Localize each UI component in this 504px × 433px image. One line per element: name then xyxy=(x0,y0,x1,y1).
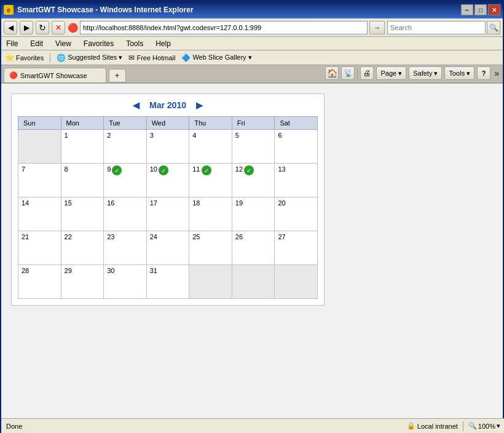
calendar-cell[interactable]: 18 xyxy=(189,197,232,231)
calendar-header: ◀ Mar 2010 ▶ xyxy=(18,100,318,110)
search-input[interactable] xyxy=(387,21,486,34)
page-toolbar: 🏠 📡 🖨 Page ▾ Safety ▾ Tools ▾ ? » xyxy=(325,66,500,82)
calendar-cell[interactable]: 30 xyxy=(104,265,147,299)
calendar-cell[interactable]: 15 xyxy=(61,197,104,231)
address-input[interactable] xyxy=(80,21,368,34)
refresh-button[interactable]: ↻ xyxy=(36,21,49,34)
calendar-cell[interactable]: 20 xyxy=(275,197,318,231)
menu-bar: File Edit View Favorites Tools Help xyxy=(1,37,503,50)
col-mon: Mon xyxy=(61,117,104,130)
window-controls: − □ ✕ xyxy=(461,4,500,15)
calendar-next-button[interactable]: ▶ xyxy=(196,100,203,110)
menu-favorites[interactable]: Favorites xyxy=(81,39,116,49)
calendar-cell[interactable]: 7 xyxy=(18,164,61,197)
nav-bar: ◀ ▶ ↻ ✕ 🔴 → 🔍 xyxy=(1,18,503,37)
calendar-cell[interactable]: 28 xyxy=(18,265,61,299)
calendar-cell[interactable]: 4 xyxy=(189,130,232,164)
col-sun: Sun xyxy=(18,117,61,130)
tab-bar: 🔴 SmartGWT Showcase + 🏠 📡 🖨 Page ▾ Safet… xyxy=(1,65,503,84)
calendar-cell[interactable] xyxy=(275,265,318,299)
page-dropdown-button[interactable]: Page ▾ xyxy=(376,66,406,80)
active-tab[interactable]: 🔴 SmartGWT Showcase xyxy=(4,68,106,82)
calendar-cell[interactable]: 12✓ xyxy=(232,164,275,197)
fav-suggested-sites[interactable]: 🌐 Suggested Sites ▾ xyxy=(57,54,122,62)
help-button[interactable]: ? xyxy=(477,66,490,80)
calendar-cell[interactable]: 27 xyxy=(275,231,318,265)
menu-help[interactable]: Help xyxy=(153,39,173,49)
search-area: 🔍 xyxy=(387,21,500,34)
forward-button[interactable]: ▶ xyxy=(20,21,33,34)
maximize-button[interactable]: □ xyxy=(474,4,487,15)
title-bar: e SmartGWT Showcase - Windows Internet E… xyxy=(1,1,503,18)
calendar-cell[interactable]: 23 xyxy=(104,231,147,265)
search-button[interactable]: 🔍 xyxy=(487,21,500,34)
security-zone: 🔒 Local intranet xyxy=(407,422,458,430)
calendar-cell[interactable]: 11✓ xyxy=(189,164,232,197)
zone-label: Local intranet xyxy=(417,423,458,430)
back-button[interactable]: ◀ xyxy=(4,21,17,34)
tab-icon: 🔴 xyxy=(9,71,18,79)
tools-dropdown-button[interactable]: Tools ▾ xyxy=(444,66,474,80)
fav-favorites[interactable]: ⭐ Favorites xyxy=(5,54,44,62)
go-button[interactable]: → xyxy=(369,21,385,34)
feed-button[interactable]: 📡 xyxy=(341,66,355,80)
calendar-cell[interactable] xyxy=(18,130,61,164)
calendar-cell[interactable]: 10✓ xyxy=(146,164,189,197)
calendar-cell[interactable]: 19 xyxy=(232,197,275,231)
fav-hotmail-label: Free Hotmail xyxy=(136,54,175,62)
calendar-cell[interactable]: 3 xyxy=(146,130,189,164)
status-right: 🔒 Local intranet 🔍 100% ▾ xyxy=(407,421,500,431)
safety-dropdown-button[interactable]: Safety ▾ xyxy=(409,66,442,80)
print-button[interactable]: 🖨 xyxy=(360,66,374,80)
minimize-button[interactable]: − xyxy=(461,4,473,15)
tab-label: SmartGWT Showcase xyxy=(20,72,87,79)
calendar-week-3: 21222324252627 xyxy=(18,231,318,265)
calendar-cell[interactable] xyxy=(232,265,275,299)
content-area: ◀ Mar 2010 ▶ Sun Mon Tue Wed Thu Fri Sat xyxy=(1,84,503,432)
col-tue: Tue xyxy=(104,117,147,130)
fav-hotmail[interactable]: ✉ Free Hotmail xyxy=(128,54,175,62)
calendar-cell[interactable] xyxy=(189,265,232,299)
calendar-cell[interactable]: 2 xyxy=(104,130,147,164)
calendar-cell[interactable]: 1 xyxy=(61,130,104,164)
calendar-cell[interactable]: 29 xyxy=(61,265,104,299)
fav-web-slice[interactable]: 🔷 Web Slice Gallery ▾ xyxy=(181,54,251,62)
calendar-cell[interactable]: 31 xyxy=(146,265,189,299)
extras-button[interactable]: » xyxy=(493,68,500,78)
suggested-sites-icon: 🌐 xyxy=(57,54,66,62)
zoom-control[interactable]: 🔍 100% ▾ xyxy=(468,422,500,430)
calendar: ◀ Mar 2010 ▶ Sun Mon Tue Wed Thu Fri Sat xyxy=(11,93,325,306)
menu-file[interactable]: File xyxy=(4,39,20,49)
calendar-header-row: Sun Mon Tue Wed Thu Fri Sat xyxy=(18,117,318,130)
calendar-week-1: 789✓10✓11✓12✓13 xyxy=(18,164,318,197)
calendar-grid: Sun Mon Tue Wed Thu Fri Sat 123456789✓10… xyxy=(18,116,318,299)
calendar-cell[interactable]: 17 xyxy=(146,197,189,231)
calendar-cell[interactable]: 6 xyxy=(275,130,318,164)
calendar-cell[interactable]: 8 xyxy=(61,164,104,197)
col-wed: Wed xyxy=(146,117,189,130)
stop-button[interactable]: ✕ xyxy=(52,21,65,34)
menu-view[interactable]: View xyxy=(53,39,74,49)
calendar-cell[interactable]: 25 xyxy=(189,231,232,265)
calendar-cell[interactable]: 26 xyxy=(232,231,275,265)
close-button[interactable]: ✕ xyxy=(488,4,500,15)
home-button[interactable]: 🏠 xyxy=(325,66,339,80)
calendar-cell[interactable]: 13 xyxy=(275,164,318,197)
star-icon: ⭐ xyxy=(5,54,14,62)
menu-edit[interactable]: Edit xyxy=(28,39,45,49)
new-tab-button[interactable]: + xyxy=(109,69,126,82)
calendar-cell[interactable]: 16 xyxy=(104,197,147,231)
favorites-bar: ⭐ Favorites 🌐 Suggested Sites ▾ ✉ Free H… xyxy=(1,50,503,65)
calendar-cell[interactable]: 21 xyxy=(18,231,61,265)
ie-icon: e xyxy=(4,5,14,15)
zoom-label: 100% xyxy=(478,423,495,430)
calendar-cell[interactable]: 5 xyxy=(232,130,275,164)
calendar-cell[interactable]: 9✓ xyxy=(104,164,147,197)
calendar-prev-button[interactable]: ◀ xyxy=(133,100,140,110)
calendar-cell[interactable]: 14 xyxy=(18,197,61,231)
calendar-cell[interactable]: 22 xyxy=(61,231,104,265)
menu-tools[interactable]: Tools xyxy=(124,39,146,49)
calendar-cell[interactable]: 24 xyxy=(146,231,189,265)
event-checkmark-icon: ✓ xyxy=(159,165,168,175)
browser-window: e SmartGWT Showcase - Windows Internet E… xyxy=(0,0,504,433)
